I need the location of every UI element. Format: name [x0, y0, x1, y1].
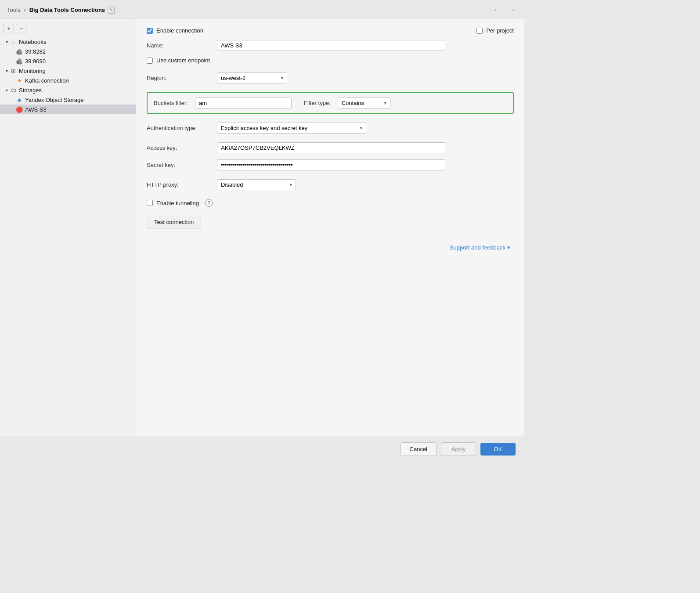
- sidebar-item-label: Kafka connection: [25, 77, 69, 84]
- aws-icon: 🔴: [16, 106, 23, 113]
- name-field-wrapper: [217, 40, 514, 51]
- bottom-bar: Cancel Apply OK: [0, 437, 524, 461]
- auth-type-row: Authentication type: Explicit access key…: [147, 123, 514, 134]
- auth-type-field-wrapper: Explicit access key and secret key Defau…: [217, 123, 514, 134]
- secret-key-input[interactable]: [217, 159, 445, 170]
- custom-endpoint-label[interactable]: Use custom endpoint: [156, 57, 210, 64]
- secret-key-label: Secret key:: [147, 162, 217, 168]
- access-key-input[interactable]: [217, 142, 445, 153]
- breadcrumb: Tools › Big Data Tools Connections ✎: [7, 7, 115, 14]
- sidebar-toolbar: + −: [0, 22, 136, 37]
- sidebar-item-label: 39:9090: [25, 58, 46, 65]
- right-panel: Enable connection Per project Name: Use …: [136, 18, 524, 437]
- test-connection-button[interactable]: Test connection: [147, 216, 201, 228]
- tree-toggle-notebooks: ▾: [4, 39, 10, 45]
- proxy-select[interactable]: Disabled System Manual: [217, 179, 296, 190]
- enable-connection-label[interactable]: Enable connection: [156, 27, 203, 34]
- sidebar-item-notebooks[interactable]: ▾ ≡ Notebooks: [0, 37, 136, 47]
- test-connection-row: Test connection: [147, 216, 514, 228]
- enable-tunneling-label[interactable]: Enable tunneling: [156, 200, 199, 206]
- edit-icon[interactable]: ✎: [108, 7, 115, 14]
- monitoring-icon: ⊞: [10, 67, 17, 74]
- name-input[interactable]: [217, 40, 445, 51]
- kafka-icon: ✦: [16, 77, 23, 84]
- http-proxy-row: HTTP proxy: Disabled System Manual: [147, 179, 514, 190]
- sidebar-item-nb1[interactable]: 🪨 39:8282: [0, 47, 136, 56]
- forward-button[interactable]: →: [506, 5, 517, 14]
- per-project-label[interactable]: Per project: [486, 27, 514, 34]
- sidebar-item-aws[interactable]: 🔴 AWS S3: [0, 105, 136, 114]
- tree-toggle-yandex: [10, 97, 16, 103]
- sidebar-item-kafka[interactable]: ✦ Kafka connection: [0, 76, 136, 85]
- secret-key-field-wrapper: [217, 159, 514, 170]
- tree-toggle-nb2: [10, 58, 16, 64]
- server-icon-nb2: 🪨: [16, 58, 23, 65]
- sidebar-item-label: Monitoring: [19, 68, 46, 74]
- sidebar-item-monitoring[interactable]: ▾ ⊞ Monitoring: [0, 66, 136, 76]
- enable-connection-checkbox[interactable]: [147, 28, 153, 34]
- back-button[interactable]: ←: [491, 5, 502, 14]
- tree-toggle-nb1: [10, 48, 16, 54]
- region-label: Region:: [147, 75, 217, 81]
- tree-toggle-monitoring: ▾: [4, 68, 10, 74]
- support-feedback-arrow: ▾: [507, 244, 510, 251]
- server-icon-nb1: 🪨: [16, 48, 23, 55]
- cancel-button[interactable]: Cancel: [401, 442, 437, 456]
- buckets-filter-input[interactable]: [195, 98, 292, 108]
- access-key-field-wrapper: [217, 142, 514, 153]
- add-button[interactable]: +: [4, 24, 14, 33]
- name-label: Name:: [147, 42, 217, 49]
- auth-type-select[interactable]: Explicit access key and secret key Defau…: [217, 123, 366, 134]
- proxy-select-wrapper: Disabled System Manual: [217, 179, 296, 190]
- buckets-filter-label: Buckets filter:: [154, 100, 188, 106]
- sidebar-item-label: Yandex Object Storage: [25, 97, 83, 103]
- filter-type-label: Filter type:: [304, 100, 331, 106]
- support-feedback-link[interactable]: Support and feedback ▾: [450, 244, 514, 251]
- auth-type-select-wrapper: Explicit access key and secret key Defau…: [217, 123, 366, 134]
- sidebar-item-storages[interactable]: ▾ 🗂 Storages: [0, 85, 136, 95]
- region-select-wrapper: us-east-1 us-west-2 eu-west-1 ap-southea…: [217, 72, 287, 83]
- storages-icon: 🗂: [10, 87, 17, 94]
- auth-type-label: Authentication type:: [147, 125, 217, 131]
- remove-button[interactable]: −: [16, 24, 26, 33]
- breadcrumb-separator: ›: [24, 7, 25, 13]
- http-proxy-field-wrapper: Disabled System Manual: [217, 179, 514, 190]
- filter-type-select-wrapper: Contains Starts with Ends with Regex: [338, 98, 390, 108]
- apply-button[interactable]: Apply: [441, 442, 476, 456]
- per-project-checkbox[interactable]: [476, 28, 483, 34]
- buckets-filter-section: Buckets filter: Filter type: Contains St…: [147, 92, 514, 114]
- main-content: + − ▾ ≡ Notebooks 🪨 39:8282 🪨 39:9090 ▾ …: [0, 18, 524, 437]
- per-project-right: Per project: [476, 27, 514, 34]
- sidebar-item-label: AWS S3: [25, 106, 47, 113]
- access-key-label: Access key:: [147, 145, 217, 151]
- sidebar-item-label: 39:8282: [25, 48, 46, 55]
- tree-toggle-storages: ▾: [4, 87, 10, 93]
- title-bar: Tools › Big Data Tools Connections ✎ ← →: [0, 0, 524, 18]
- yandex-icon: ◈: [16, 96, 23, 103]
- support-feedback-label: Support and feedback: [450, 244, 505, 251]
- enable-tunneling-row: Enable tunneling ?: [147, 199, 514, 207]
- name-row: Name:: [147, 40, 514, 51]
- sidebar-item-label: Notebooks: [19, 39, 46, 45]
- region-select[interactable]: us-east-1 us-west-2 eu-west-1 ap-southea…: [217, 72, 287, 83]
- enable-tunneling-checkbox[interactable]: [147, 200, 153, 206]
- tree-toggle-kafka: [10, 77, 16, 83]
- region-row: Region: us-east-1 us-west-2 eu-west-1 ap…: [147, 72, 514, 83]
- notebooks-icon: ≡: [10, 38, 17, 45]
- tree-toggle-aws: [10, 106, 16, 112]
- sidebar-item-label: Storages: [19, 87, 42, 94]
- ok-button[interactable]: OK: [480, 443, 516, 456]
- filter-type-select[interactable]: Contains Starts with Ends with Regex: [338, 98, 390, 108]
- access-key-row: Access key:: [147, 142, 514, 153]
- enable-connection-left: Enable connection: [147, 27, 203, 34]
- nav-buttons: ← →: [491, 5, 517, 14]
- region-field-wrapper: us-east-1 us-west-2 eu-west-1 ap-southea…: [217, 72, 514, 83]
- sidebar-item-nb2[interactable]: 🪨 39:9090: [0, 56, 136, 66]
- secret-key-row: Secret key:: [147, 159, 514, 170]
- custom-endpoint-row: Use custom endpoint: [147, 57, 514, 64]
- support-area: Support and feedback ▾: [147, 237, 514, 253]
- breadcrumb-tools: Tools: [7, 7, 20, 13]
- sidebar-item-yandex[interactable]: ◈ Yandex Object Storage: [0, 95, 136, 105]
- custom-endpoint-checkbox[interactable]: [147, 58, 153, 64]
- help-icon[interactable]: ?: [205, 199, 213, 207]
